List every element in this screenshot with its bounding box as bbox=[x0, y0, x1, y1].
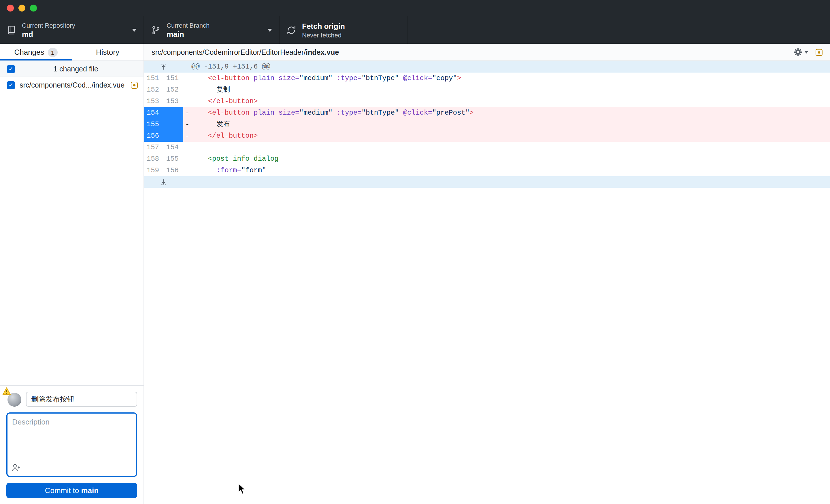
chevron-down-icon bbox=[132, 29, 137, 31]
new-line-number: 151 bbox=[164, 73, 183, 84]
line-number-gutter[interactable]: 151151 bbox=[144, 73, 183, 84]
commit-button[interactable]: Commit to main bbox=[6, 483, 137, 498]
select-all-checkbox[interactable]: ✓ bbox=[7, 65, 15, 73]
commit-description-box bbox=[6, 412, 137, 477]
new-line-number: 155 bbox=[164, 153, 183, 165]
git-branch-icon bbox=[151, 25, 161, 35]
old-line-number: 151 bbox=[144, 73, 164, 84]
expand-down-row bbox=[144, 176, 830, 188]
commit-button-branch: main bbox=[81, 486, 99, 495]
app-window: Current Repository md Current Branch mai… bbox=[0, 0, 830, 504]
line-number-gutter[interactable]: 157154 bbox=[144, 142, 183, 153]
diff-line: 153153 </el-button> bbox=[144, 96, 830, 107]
tab-changes-label: Changes bbox=[14, 48, 44, 57]
new-line-number: 152 bbox=[164, 84, 183, 96]
old-line-number: 158 bbox=[144, 153, 164, 165]
diff-line: 151151 <el-button plain size="medium" :t… bbox=[144, 73, 830, 84]
sidebar-tabs: Changes 1 History bbox=[0, 44, 143, 61]
new-line-number: 154 bbox=[164, 142, 183, 153]
diff-line-marker bbox=[183, 96, 191, 107]
diff-line-content: <post-info-dialog bbox=[183, 153, 830, 165]
diff-file-name: index.vue bbox=[306, 48, 339, 56]
diff-line-marker: - bbox=[183, 119, 191, 130]
old-line-number: 154 bbox=[144, 107, 164, 119]
new-line-number bbox=[164, 130, 183, 142]
new-line-number bbox=[164, 119, 183, 130]
changed-files-summary: 1 changed file bbox=[15, 65, 137, 73]
line-number-gutter[interactable]: 159156 bbox=[144, 165, 183, 176]
diff-pane: src/components/CodemirrorEditor/EditorHe… bbox=[144, 44, 830, 504]
add-coauthor-icon[interactable] bbox=[11, 463, 21, 472]
current-repository-value: md bbox=[22, 30, 127, 38]
warning-icon bbox=[2, 387, 11, 395]
changed-file-row[interactable]: ✓ src/components/Cod.../index.vue bbox=[0, 77, 143, 93]
expand-down-button[interactable] bbox=[144, 176, 183, 188]
commit-description-input[interactable] bbox=[7, 413, 136, 476]
diff-line-content: - </el-button> bbox=[183, 130, 830, 142]
modified-status-icon bbox=[131, 81, 138, 89]
diff-line-marker bbox=[183, 165, 191, 176]
commit-summary-input[interactable] bbox=[26, 392, 137, 407]
old-line-number: 153 bbox=[144, 96, 164, 107]
diff-line-content: <el-button plain size="medium" :type="bt… bbox=[183, 73, 830, 84]
sync-icon bbox=[286, 25, 296, 35]
current-branch-button[interactable]: Current Branch main bbox=[144, 16, 280, 44]
diff-line: 159156 :form="form" bbox=[144, 165, 830, 176]
gear-icon bbox=[794, 48, 802, 57]
changes-sidebar: Changes 1 History ✓ 1 changed file ✓ src… bbox=[0, 44, 144, 504]
commit-form: Commit to main bbox=[0, 385, 143, 504]
line-number-gutter[interactable]: 153153 bbox=[144, 96, 183, 107]
fetch-origin-status: Never fetched bbox=[302, 31, 400, 38]
tab-changes[interactable]: Changes 1 bbox=[0, 44, 72, 61]
current-repository-button[interactable]: Current Repository md bbox=[0, 16, 144, 44]
diff-line: 157154 bbox=[144, 142, 830, 153]
commit-author bbox=[6, 392, 21, 407]
titlebar bbox=[0, 0, 830, 16]
current-branch-value: main bbox=[167, 30, 263, 38]
line-number-gutter[interactable]: 156 bbox=[144, 130, 183, 142]
line-number-gutter[interactable]: 155 bbox=[144, 119, 183, 130]
diff-options-button[interactable] bbox=[794, 48, 808, 57]
zoom-window-button[interactable] bbox=[30, 5, 37, 11]
diff-line-content: - 发布 bbox=[183, 119, 830, 130]
toolbar: Current Repository md Current Branch mai… bbox=[0, 16, 830, 44]
expand-up-button[interactable] bbox=[144, 61, 183, 73]
diff-line-content: :form="form" bbox=[183, 165, 830, 176]
old-line-number: 159 bbox=[144, 165, 164, 176]
diff-lines: 151151 <el-button plain size="medium" :t… bbox=[144, 73, 830, 176]
changed-files-summary-row: ✓ 1 changed file bbox=[0, 61, 143, 77]
fetch-origin-button[interactable]: Fetch origin Never fetched bbox=[280, 16, 408, 44]
diff-line-content: </el-button> bbox=[183, 96, 830, 107]
repo-icon bbox=[7, 25, 16, 35]
sidebar-empty-area bbox=[0, 93, 143, 385]
diff-line-content: 复制 bbox=[183, 84, 830, 96]
line-number-gutter[interactable]: 158155 bbox=[144, 153, 183, 165]
diff-line-marker bbox=[183, 153, 191, 165]
old-line-number: 155 bbox=[144, 119, 164, 130]
minimize-window-button[interactable] bbox=[19, 5, 25, 11]
modified-status-icon bbox=[816, 49, 823, 56]
tab-history-label: History bbox=[96, 48, 119, 57]
line-number-gutter[interactable]: 154 bbox=[144, 107, 183, 119]
chevron-down-icon bbox=[267, 29, 272, 31]
fetch-origin-label: Fetch origin bbox=[302, 22, 400, 30]
close-window-button[interactable] bbox=[7, 5, 14, 11]
old-line-number: 157 bbox=[144, 142, 164, 153]
tab-history[interactable]: History bbox=[72, 44, 143, 61]
diff-line-marker: - bbox=[183, 107, 191, 119]
new-line-number: 156 bbox=[164, 165, 183, 176]
commit-button-prefix: Commit to bbox=[45, 486, 81, 495]
line-number-gutter[interactable]: 152152 bbox=[144, 84, 183, 96]
diff-line: 155- 发布 bbox=[144, 119, 830, 130]
diff-line-marker: - bbox=[183, 130, 191, 142]
current-branch-label: Current Branch bbox=[167, 22, 263, 29]
old-line-number: 152 bbox=[144, 84, 164, 96]
diff-file-path: src/components/CodemirrorEditor/EditorHe… bbox=[152, 48, 794, 56]
chevron-down-icon bbox=[805, 51, 808, 53]
new-line-number: 153 bbox=[164, 96, 183, 107]
diff-line: 152152 复制 bbox=[144, 84, 830, 96]
file-checkbox[interactable]: ✓ bbox=[7, 81, 15, 89]
hunk-header-row: @@ -151,9 +151,6 @@ bbox=[144, 61, 830, 73]
diff-line-marker bbox=[183, 142, 191, 153]
diff-path-prefix: src/components/CodemirrorEditor/EditorHe… bbox=[152, 48, 306, 56]
